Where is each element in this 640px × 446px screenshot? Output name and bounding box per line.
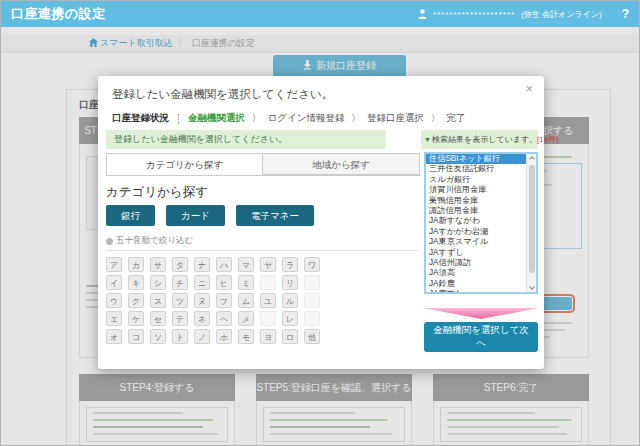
kana-イ-button[interactable]: イ	[106, 275, 122, 290]
kana-マ-button[interactable]: マ	[238, 257, 254, 272]
kana-エ-button[interactable]: エ	[106, 311, 122, 326]
search-tabs: カテゴリから探す地域から探す	[106, 153, 421, 176]
scrollbar[interactable]	[526, 154, 536, 292]
kana-ト-button[interactable]: ト	[172, 329, 188, 344]
kana-row: エケセテネヘメレ	[106, 311, 320, 326]
category-buttons: 銀行カード電子マネー	[106, 205, 314, 226]
category-button-電子マネー[interactable]: 電子マネー	[236, 205, 314, 226]
bank-list-item[interactable]: JA信州諏訪	[426, 258, 526, 268]
arrow-down-indicator	[423, 305, 539, 316]
bank-list-item[interactable]: 須賀川信用金庫	[426, 185, 526, 195]
kana-シ-button[interactable]: シ	[150, 275, 166, 290]
kana-ウ-button[interactable]: ウ	[106, 293, 122, 308]
kana-フ-button[interactable]: フ	[216, 293, 232, 308]
bank-list-item[interactable]: JA須高	[426, 268, 526, 278]
scrollbar-thumb[interactable]	[529, 165, 535, 273]
kana-ハ-button[interactable]: ハ	[216, 257, 232, 272]
kana-ヒ-button[interactable]: ヒ	[216, 275, 232, 290]
bank-list-item[interactable]: 諏訪信用金庫	[426, 206, 526, 216]
divider	[106, 250, 418, 251]
filter-icon	[106, 238, 113, 245]
progress-steps: 金融機関選択〉ログイン情報登録〉登録口座選択〉完了	[188, 112, 465, 125]
kana-メ-button[interactable]: メ	[238, 311, 254, 326]
kana-ホ-button[interactable]: ホ	[216, 329, 232, 344]
kana-ユ-button[interactable]: ユ	[260, 293, 276, 308]
kana-ヘ-button[interactable]: ヘ	[216, 311, 232, 326]
help-button[interactable]: ?	[622, 7, 629, 21]
kana-empty-cell	[304, 311, 320, 326]
triangle-down-icon: ▼	[424, 136, 431, 143]
bank-listbox: 住信SBIネット銀行三井住友信託銀行スルガ銀行須賀川信用金庫巣鴨信用金庫諏訪信用…	[424, 152, 538, 294]
bank-list-item[interactable]: JA東京スマイル	[426, 237, 526, 247]
kana-ソ-button[interactable]: ソ	[150, 329, 166, 344]
category-button-銀行[interactable]: 銀行	[106, 205, 155, 226]
kana-オ-button[interactable]: オ	[106, 329, 122, 344]
kana-ケ-button[interactable]: ケ	[128, 311, 144, 326]
kana-ツ-button[interactable]: ツ	[172, 293, 188, 308]
kana-カ-button[interactable]: カ	[128, 257, 144, 272]
kana-ア-button[interactable]: ア	[106, 257, 122, 272]
kana-ヨ-button[interactable]: ヨ	[260, 329, 276, 344]
kana-ワ-button[interactable]: ワ	[304, 257, 320, 272]
close-icon[interactable]: ×	[525, 82, 533, 95]
kana-ナ-button[interactable]: ナ	[194, 257, 210, 272]
scroll-down-icon[interactable]	[529, 284, 535, 290]
kana-empty-cell	[260, 311, 276, 326]
kana-ミ-button[interactable]: ミ	[238, 275, 254, 290]
service-name: (弥生 会計オンライン)	[521, 9, 602, 20]
kana-ニ-button[interactable]: ニ	[194, 275, 210, 290]
progress-label: 口座登録状況	[112, 112, 169, 125]
kana-テ-button[interactable]: テ	[172, 311, 188, 326]
progress-step-2: ログイン情報登録	[268, 112, 345, 125]
kana-タ-button[interactable]: タ	[172, 257, 188, 272]
info-banner: 登録したい金融機関を選択してください。	[106, 130, 386, 149]
kana-ロ-button[interactable]: ロ	[282, 329, 298, 344]
kana-ル-button[interactable]: ル	[282, 293, 298, 308]
progress-step-3: 登録口座選択	[367, 112, 424, 125]
bank-list-item[interactable]: スルガ銀行	[426, 175, 526, 185]
kana-ヌ-button[interactable]: ヌ	[194, 293, 210, 308]
bank-list-item[interactable]: 三井住友信託銀行	[426, 164, 526, 174]
progress-step-1: 金融機関選択	[188, 112, 245, 125]
bank-list-item[interactable]: 住信SBIネット銀行	[426, 154, 526, 164]
kana-filter-note: 五十音順で絞り込む	[106, 235, 193, 247]
result-count: [14件]	[537, 135, 558, 144]
kana-チ-button[interactable]: チ	[172, 275, 188, 290]
kana-ノ-button[interactable]: ノ	[194, 329, 210, 344]
kana-セ-button[interactable]: セ	[150, 311, 166, 326]
progress-step-4: 完了	[446, 112, 465, 125]
progress-arrow-icon: 〉	[252, 113, 261, 125]
kana-他-button[interactable]: 他	[304, 329, 320, 344]
bank-list-item[interactable]: JA南すわ	[426, 289, 526, 294]
tab-region[interactable]: 地域から探す	[263, 153, 420, 175]
kana-ム-button[interactable]: ム	[238, 293, 254, 308]
kana-ス-button[interactable]: ス	[150, 293, 166, 308]
bank-list-item[interactable]: 巣鴨信用金庫	[426, 196, 526, 206]
kana-リ-button[interactable]: リ	[282, 275, 298, 290]
masked-user-id: ********************	[433, 10, 515, 19]
kana-ク-button[interactable]: ク	[128, 293, 144, 308]
kana-モ-button[interactable]: モ	[238, 329, 254, 344]
tab-category[interactable]: カテゴリから探す	[106, 153, 263, 175]
scroll-up-icon[interactable]	[529, 156, 535, 162]
kana-empty-cell	[304, 275, 320, 290]
progress-arrow-icon: 〉	[431, 113, 440, 125]
kana-empty-cell	[260, 275, 276, 290]
category-button-カード[interactable]: カード	[166, 205, 225, 226]
bank-list-item[interactable]: JA鈴鹿	[426, 279, 526, 289]
kana-キ-button[interactable]: キ	[128, 275, 144, 290]
user-account-area[interactable]: ******************** (弥生 会計オンライン) ?	[418, 7, 629, 21]
kana-サ-button[interactable]: サ	[150, 257, 166, 272]
kana-レ-button[interactable]: レ	[282, 311, 298, 326]
kana-ネ-button[interactable]: ネ	[194, 311, 210, 326]
kana-filter-label: 五十音順で絞り込む	[116, 235, 193, 247]
kana-ラ-button[interactable]: ラ	[282, 257, 298, 272]
kana-コ-button[interactable]: コ	[128, 329, 144, 344]
select-institution-next-button[interactable]: 金融機関を選択して次へ	[424, 322, 538, 352]
kana-row: ウクスツヌフムユル	[106, 293, 320, 308]
kana-ヤ-button[interactable]: ヤ	[260, 257, 276, 272]
bank-list-item[interactable]: JAすかがわ岩瀬	[426, 227, 526, 237]
search-result-banner: ▼検索結果を表示しています。[14件]	[421, 130, 538, 149]
bank-list-item[interactable]: JAすずし	[426, 248, 526, 258]
bank-list-item[interactable]: JA新すながわ	[426, 216, 526, 226]
